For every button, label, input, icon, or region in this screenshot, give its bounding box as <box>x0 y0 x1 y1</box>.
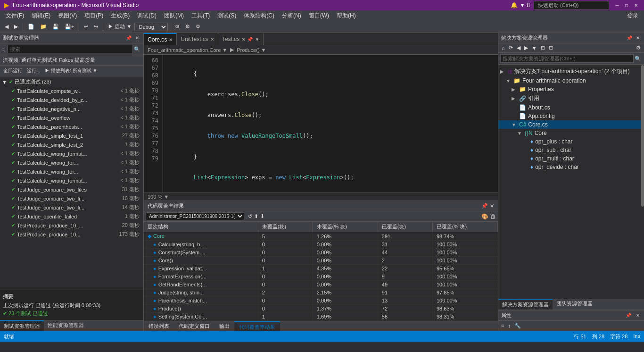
prop-alpha-btn[interactable]: ↕ <box>506 322 512 330</box>
toolbar-forward[interactable]: ▶ <box>11 23 21 31</box>
menu-arch[interactable]: 体系结构(C) <box>240 10 278 21</box>
sol-settings-btn[interactable]: ⚙ <box>635 44 642 51</box>
test-item[interactable]: ✔ TestCalculate_wrong_format... < 1 毫秒 <box>2 176 141 185</box>
menu-analyze[interactable]: 分析(N) <box>278 10 305 21</box>
test-item[interactable]: ✔ TestCalculate_overflow < 1 毫秒 <box>2 113 141 122</box>
menu-test[interactable]: 测试(S) <box>214 10 240 21</box>
coverage-colorize-btn[interactable]: 🎨 <box>481 213 488 220</box>
menu-team[interactable]: 团队(M) <box>160 10 188 21</box>
test-item[interactable]: ✔ TestCalculate_wrong_for... < 1 毫秒 <box>2 158 141 167</box>
coverage-refresh-btn[interactable]: ↺ <box>248 213 252 219</box>
solution-root[interactable]: ▶ ⊞ 解决方案'Four-arithmatic-operation' (2 个… <box>498 67 644 76</box>
sol-filter-btn[interactable]: ▼ <box>530 45 538 51</box>
solution-pin-btn[interactable]: 📌 <box>625 35 634 41</box>
tree-references[interactable]: ▶ 🔗 引用 <box>498 93 644 103</box>
toolbar-extra2[interactable]: ⚙ <box>182 23 193 31</box>
sol-expand-btn[interactable]: ⊞ <box>539 44 546 51</box>
run-all-button[interactable]: 全部运行 <box>2 67 24 75</box>
test-item[interactable]: ✔ TestCalculate_compute_w... < 1 毫秒 <box>2 86 141 95</box>
tab-team-explorer[interactable]: 团队资源管理器 <box>553 299 596 310</box>
code-editor[interactable]: 66 67 68 69 70 71 72 73 74 75 76 77 78 7… <box>144 55 498 193</box>
test-item[interactable]: ✔ TestCalculate_negative_n... < 1 毫秒 <box>2 104 141 113</box>
tab-unittest-cs[interactable]: UnitTest.cs ✕ <box>177 33 218 45</box>
menu-project[interactable]: 项目(P) <box>81 10 107 21</box>
panel-pin-btn[interactable]: 📌 <box>481 203 488 209</box>
tab-core-cs[interactable]: Core.cs ✕ <box>144 33 177 45</box>
quick-launch-input[interactable]: 快速启动 (Ctrl+Q) <box>534 1 609 10</box>
coverage-row[interactable]: ●Calculate(string, b... 0 0.00% 31 100.0… <box>144 241 498 249</box>
sol-back-btn[interactable]: ◀ <box>515 44 522 51</box>
tab-test-cs-more[interactable]: ▼ <box>255 37 259 42</box>
test-item[interactable]: ✔ TestCalculate_simple_test_1 27 毫秒 <box>2 131 141 140</box>
test-item[interactable]: ✔ TestProduce_produce_10_... 20 毫秒 <box>2 221 141 230</box>
test-item[interactable]: ✔ TestCalculate_wrong_for... < 1 毫秒 <box>2 167 141 176</box>
test-item[interactable]: ✔ TestJudge_compare_two_fi... 14 毫秒 <box>2 203 141 212</box>
sol-sync-btn[interactable]: ⟳ <box>507 44 514 51</box>
panel-close-btn[interactable]: ✕ <box>490 203 494 209</box>
tab-test-cs[interactable]: Test.cs ✕ 📌 ▼ <box>218 33 264 45</box>
test-item[interactable]: ✔ TestProduce_produce_10... 173 毫秒 <box>2 230 141 239</box>
solution-search-button[interactable]: 🔍 <box>634 56 642 62</box>
maximize-button[interactable]: □ <box>622 1 631 9</box>
tab-perf-explorer[interactable]: 性能资源管理器 <box>44 320 88 331</box>
coverage-row[interactable]: ●FormatExpression(... 0 0.00% 9 100.00% <box>144 273 498 281</box>
menu-edit[interactable]: 编辑(E) <box>28 10 54 21</box>
coverage-row[interactable]: ●Setting(System.Col... 1 1.69% 58 98.31% <box>144 313 498 321</box>
prop-close-btn[interactable]: ✕ <box>635 312 641 318</box>
coverage-row[interactable]: ●Produce() 0 1.37% 72 98.63% <box>144 305 498 313</box>
tab-output[interactable]: 输出 <box>215 321 234 331</box>
menu-view[interactable]: 视图(V) <box>54 10 81 21</box>
test-search-input[interactable] <box>8 45 133 53</box>
coverage-import-btn[interactable]: ⬇ <box>260 213 264 219</box>
menu-debug[interactable]: 调试(D) <box>133 10 160 21</box>
test-item[interactable]: ✔ TestCalculate_simple_test_2 1 毫秒 <box>2 140 141 149</box>
tab-coverage-results[interactable]: 代码覆盖率结果 <box>234 321 280 331</box>
coverage-row[interactable]: ●Core() 0 0.00% 2 100.00% <box>144 257 498 265</box>
tree-core-ns[interactable]: ▼ {}N Core <box>498 129 644 137</box>
tree-opr-plus[interactable]: ♦ opr_plus : char <box>498 137 644 146</box>
prop-pin-btn[interactable]: 📌 <box>624 312 633 318</box>
menu-tools[interactable]: 工具(T) <box>188 10 214 21</box>
coverage-row[interactable]: ●Judge(string, strin... 2 2.15% 91 97.85… <box>144 289 498 297</box>
test-item[interactable]: ✔ TestCalculate_parenthesis... < 1 毫秒 <box>2 122 141 131</box>
toolbar-save[interactable]: 💾 <box>50 23 62 31</box>
tab-test-cs-close[interactable]: ✕ <box>241 37 245 42</box>
coverage-run-select[interactable]: Administrator_PC201508191906 2015-1( <box>146 212 244 220</box>
zoom-level[interactable]: 100 % ▼ <box>148 194 169 200</box>
sol-forward-btn[interactable]: ▶ <box>523 44 529 51</box>
toolbar-open[interactable]: 📁 <box>37 23 50 31</box>
run-button[interactable]: 运行... <box>25 67 41 75</box>
sol-home-btn[interactable]: ⌂ <box>500 45 506 51</box>
close-button[interactable]: ✕ <box>632 1 640 9</box>
sol-collapse-btn[interactable]: ⊟ <box>547 44 554 51</box>
code-lines[interactable]: { exercises.Close(); answers.Close(); th… <box>163 55 498 193</box>
menu-help[interactable]: 帮助(H) <box>333 10 360 21</box>
tree-properties[interactable]: ▶ 📁 Properties <box>498 85 644 93</box>
coverage-delete-btn[interactable]: 🗑 <box>490 213 496 220</box>
path-dropdown[interactable]: Four_arithmatic_operation.Core ▼ <box>148 47 227 53</box>
coverage-row[interactable]: ●GetRandElements(... 0 0.00% 49 100.00% <box>144 281 498 289</box>
toolbar-back[interactable]: ◀ <box>2 23 11 31</box>
test-item[interactable]: ✔ TestCalculate_wrong_format... < 1 毫秒 <box>2 149 141 158</box>
tree-core-cs[interactable]: ▼ C# Core.cs <box>498 120 644 129</box>
tab-unittest-cs-close[interactable]: ✕ <box>210 37 214 42</box>
menu-build[interactable]: 生成(B) <box>107 10 133 21</box>
method-dropdown[interactable]: Produce() ▼ <box>237 47 266 53</box>
tree-opr-sub[interactable]: ♦ opr_sub : char <box>498 146 644 154</box>
toolbar-new[interactable]: 📄 <box>25 23 37 31</box>
tab-test-explorer[interactable]: 测试资源管理器 <box>0 320 44 331</box>
tree-opr-multi[interactable]: ♦ opr_multi : char <box>498 154 644 163</box>
tree-app-config[interactable]: 📄 App.config <box>498 112 644 120</box>
tab-error-list[interactable]: 错误列表 <box>144 321 174 331</box>
solution-search-input[interactable] <box>500 54 634 63</box>
toolbar-save-all[interactable]: 💾+ <box>62 23 77 31</box>
menu-login[interactable]: 登录 <box>623 10 642 21</box>
test-item[interactable]: ✔ TestJudge_compare_two_fi... 10 毫秒 <box>2 194 141 203</box>
menu-window[interactable]: 窗口(W) <box>305 10 333 21</box>
tab-code-def[interactable]: 代码定义窗口 <box>174 321 215 331</box>
test-item[interactable]: ✔ TestJudge_compare_two_files 31 毫秒 <box>2 185 141 194</box>
playlist-button[interactable]: ▶ 播放列表: 所有测试 ▼ <box>43 67 99 75</box>
tree-opr-devide[interactable]: ♦ opr_devide : char <box>498 163 644 171</box>
coverage-export-btn[interactable]: ⬆ <box>254 213 258 219</box>
panel-pin-button[interactable]: 📌 <box>124 35 133 41</box>
